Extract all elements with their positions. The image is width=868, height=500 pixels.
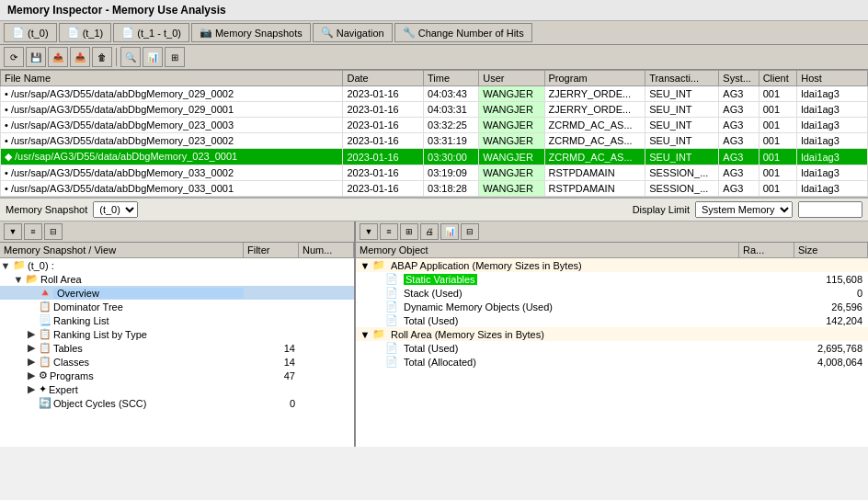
- tree-expander[interactable]: ▶: [26, 328, 37, 340]
- left-collapse-btn[interactable]: ⊟: [44, 223, 63, 240]
- tree-item[interactable]: ▶ ⚙ Programs 47: [0, 369, 354, 382]
- tab-t1-minus-t0[interactable]: 📄 (t_1 - t_0): [113, 23, 189, 42]
- right-col-object[interactable]: Memory Object: [356, 243, 739, 257]
- mem-item[interactable]: ▼ 📁 ABAP Application (Memory Sizes in By…: [356, 258, 868, 272]
- tree-col-filter[interactable]: Filter: [244, 243, 299, 257]
- tree-icon: 📁: [13, 259, 26, 271]
- tree-item[interactable]: ▶ 📋 Ranking List by Type: [0, 327, 354, 341]
- col-sys[interactable]: Syst...: [719, 71, 759, 86]
- col-host[interactable]: Host: [797, 71, 868, 86]
- right-chart-btn[interactable]: 📊: [440, 223, 459, 240]
- tree-icon: ⚙: [39, 369, 48, 381]
- tab-t0[interactable]: 📄 (t_0): [4, 23, 57, 42]
- host-cell: ldai1ag3: [797, 118, 868, 133]
- program-cell: ZCRMD_AC_AS...: [544, 133, 645, 149]
- tree-item[interactable]: ▼ 📁 (t_0) :: [0, 258, 354, 272]
- file-table: File Name Date Time User Program Transac…: [0, 70, 868, 197]
- mem-item[interactable]: 📄 Static Variables 115,608: [356, 272, 868, 286]
- tree-expander[interactable]: ▶: [26, 356, 37, 368]
- search-button[interactable]: 🔍: [120, 47, 141, 67]
- main-toolbar: ⟳ 💾 📤 📥 🗑 🔍 📊 ⊞: [0, 45, 868, 70]
- grid-button[interactable]: ⊞: [165, 47, 185, 67]
- tree-num: 47: [244, 370, 299, 381]
- tree-body: ▼ 📁 (t_0) : ▼ 📂 Roll Area 🔺 Overview 📋 D…: [0, 258, 354, 447]
- mem-item[interactable]: 📄 Stack (Used) 0: [356, 286, 868, 300]
- file-name-cell[interactable]: • /usr/sap/AG3/D55/data/abDbgMemory_029_…: [1, 86, 343, 102]
- date-cell: 2023-01-16: [343, 165, 424, 181]
- right-expand-btn[interactable]: ⊞: [400, 223, 418, 240]
- tree-label: Ranking List by Type: [53, 329, 244, 340]
- col-user[interactable]: User: [479, 71, 544, 86]
- mem-label: Total (Allocated): [400, 357, 739, 368]
- mem-expander[interactable]: ▼: [360, 260, 371, 271]
- col-date[interactable]: Date: [343, 71, 424, 86]
- program-cell: ZCRMD_AC_AS...: [544, 149, 645, 165]
- mem-item[interactable]: 📄 Total (Allocated) 4,008,064: [356, 355, 868, 369]
- tab-navigation[interactable]: 🔍 Navigation: [313, 23, 393, 42]
- right-sort-btn[interactable]: ≡: [380, 223, 398, 240]
- tree-item[interactable]: ▶ ✦ Expert: [0, 382, 354, 396]
- tree-item[interactable]: ▶ 📋 Classes 14: [0, 355, 354, 369]
- tree-item[interactable]: 🔄 Object Cycles (SCC) 0: [0, 396, 354, 410]
- file-name-cell[interactable]: • /usr/sap/AG3/D55/data/abDbgMemory_023_…: [1, 118, 343, 133]
- tab-t1-label: (t_1): [83, 28, 104, 39]
- right-col-rank[interactable]: Ra...: [739, 243, 794, 257]
- col-program[interactable]: Program: [544, 71, 645, 86]
- right-grid-btn[interactable]: ⊟: [461, 223, 479, 240]
- file-name-cell[interactable]: • /usr/sap/AG3/D55/data/abDbgMemory_023_…: [1, 133, 343, 149]
- toolbar-sep1: [116, 48, 117, 66]
- right-filter-btn[interactable]: ▼: [360, 223, 378, 240]
- tree-label: Overview: [53, 288, 244, 299]
- program-cell: RSTPDAMAIN: [544, 165, 645, 181]
- display-limit-select[interactable]: System Memory: [695, 201, 793, 218]
- mem-item[interactable]: 📄 Dynamic Memory Objects (Used) 26,596: [356, 300, 868, 313]
- mem-expander[interactable]: ▼: [360, 329, 371, 340]
- col-time[interactable]: Time: [424, 71, 479, 86]
- file-name-cell[interactable]: ◆ /usr/sap/AG3/D55/data/abDbgMemory_023_…: [1, 149, 343, 165]
- tree-item[interactable]: 📋 Dominator Tree: [0, 300, 354, 313]
- tree-item[interactable]: 📃 Ranking List: [0, 313, 354, 327]
- tree-expander[interactable]: ▶: [26, 369, 37, 381]
- chart-button[interactable]: 📊: [143, 47, 163, 67]
- tab-diff-label: (t_1 - t_0): [137, 28, 181, 39]
- mem-label: Stack (Used): [400, 288, 739, 299]
- tree-item[interactable]: 🔺 Overview: [0, 286, 354, 300]
- tree-col-view[interactable]: Memory Snapshot / View: [0, 243, 244, 257]
- tree-item[interactable]: ▶ 📋 Tables 14: [0, 341, 354, 355]
- mem-item[interactable]: 📄 Total (Used) 142,204: [356, 313, 868, 327]
- col-filename[interactable]: File Name: [1, 71, 343, 86]
- tree-expander[interactable]: ▼: [13, 274, 24, 285]
- right-col-size[interactable]: Size: [794, 243, 868, 257]
- tab-memory-snapshots[interactable]: 📷 Memory Snapshots: [191, 23, 311, 42]
- save-button[interactable]: 💾: [26, 47, 46, 67]
- tree-expander[interactable]: ▼: [0, 260, 11, 271]
- program-cell: RSTPDAMAIN: [544, 181, 645, 197]
- refresh-button[interactable]: ⟳: [4, 47, 24, 67]
- col-client[interactable]: Client: [759, 71, 797, 86]
- left-expand-btn[interactable]: ≡: [24, 223, 42, 240]
- tab-t1[interactable]: 📄 (t_1): [59, 23, 112, 42]
- left-filter-btn[interactable]: ▼: [4, 223, 22, 240]
- import-button[interactable]: 📥: [70, 47, 90, 67]
- display-limit-input[interactable]: [798, 201, 862, 218]
- user-cell: WANGJER: [479, 165, 544, 181]
- delete-button[interactable]: 🗑: [92, 47, 112, 67]
- file-name-cell[interactable]: • /usr/sap/AG3/D55/data/abDbgMemory_033_…: [1, 181, 343, 197]
- file-name-cell[interactable]: • /usr/sap/AG3/D55/data/abDbgMemory_029_…: [1, 102, 343, 118]
- file-name-cell[interactable]: • /usr/sap/AG3/D55/data/abDbgMemory_033_…: [1, 165, 343, 181]
- right-print-btn[interactable]: 🖨: [420, 223, 439, 240]
- memory-snapshot-select[interactable]: (t_0): [93, 201, 138, 218]
- right-panel-toolbar: ▼ ≡ ⊞ 🖨 📊 ⊟: [356, 222, 868, 243]
- display-limit-label: Display Limit: [633, 204, 690, 215]
- tree-expander[interactable]: ▶: [26, 342, 37, 354]
- export-button[interactable]: 📤: [48, 47, 68, 67]
- mem-icon: 📄: [385, 342, 398, 354]
- mem-item[interactable]: ▼ 📁 Roll Area (Memory Sizes in Bytes): [356, 327, 868, 341]
- col-trans[interactable]: Transacti...: [645, 71, 719, 86]
- tree-col-num[interactable]: Num...: [299, 243, 354, 257]
- mem-item[interactable]: 📄 Total (Used) 2,695,768: [356, 341, 868, 355]
- tree-num: 0: [244, 398, 299, 409]
- tab-change-hits[interactable]: 🔧 Change Number of Hits: [394, 23, 532, 42]
- tree-expander[interactable]: ▶: [26, 383, 37, 395]
- tree-item[interactable]: ▼ 📂 Roll Area: [0, 272, 354, 286]
